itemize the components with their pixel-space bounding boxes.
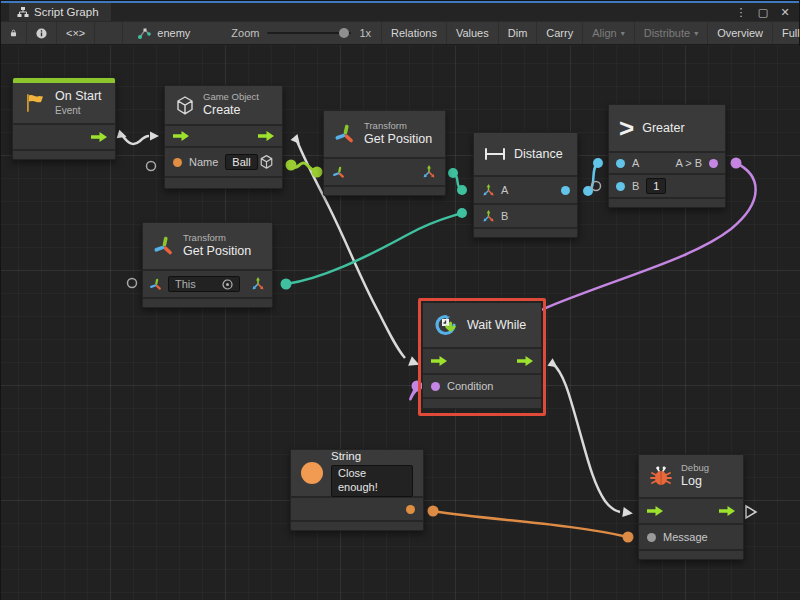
tab-script-graph[interactable]: Script Graph [9,3,111,21]
greater-icon: > [619,115,634,141]
node-string[interactable]: String Close enough! [290,449,424,531]
info-button[interactable] [27,22,57,44]
node-distance[interactable]: Distance A [473,132,578,238]
port-label: B [501,210,508,222]
port-label: Name [189,156,218,168]
relations-button[interactable]: Relations [381,22,447,44]
vector3-input-b[interactable]: B [481,209,508,224]
script-graph-window: Script Graph ⋮ ▢ ✕ <×> [0,0,800,600]
boolean-input-port[interactable] [431,382,440,391]
position-icon [481,209,496,224]
number-input-b-port[interactable] [616,182,625,191]
node-header: On Start Event [13,83,115,123]
string-input-port[interactable] [173,158,182,167]
port-row-a: A [474,175,577,203]
cube-icon [259,154,274,170]
node-footer [13,149,115,159]
zoom-control: Zoom 1x [221,22,381,44]
message-row: Message [639,523,743,549]
carry-button[interactable]: Carry [537,22,583,44]
node-greater[interactable]: > Greater A A > B B 1 [608,104,726,208]
distribute-dropdown[interactable]: Distribute▾ [635,22,708,44]
wire-onstart-to-create[interactable] [117,130,159,144]
node-on-start[interactable]: On Start Event [12,77,116,160]
boolean-output-port[interactable] [709,159,718,168]
vector3-input-a[interactable]: A [481,183,508,198]
graph-reference-icon [137,27,151,40]
values-button[interactable]: Values [447,22,499,44]
zoom-slider-handle[interactable] [339,28,349,38]
align-dropdown[interactable]: Align▾ [583,22,634,44]
string-icon [301,462,323,484]
flow-arrow-icon [647,506,663,516]
gameobject-output-port[interactable] [259,154,274,170]
node-title: Distance [514,147,563,161]
overview-button[interactable]: Overview [708,22,773,44]
transform-mini-icon [332,165,346,180]
lock-button[interactable] [1,22,27,44]
full-screen-button[interactable]: Full Screen [773,22,800,44]
flow-arrow-icon [258,131,274,141]
node-category: Transform [183,232,251,244]
message-input-port[interactable] [647,533,656,542]
graph-icon [17,6,29,18]
transform-icon [334,122,356,146]
flow-input-port[interactable] [647,506,663,516]
string-value-field[interactable]: Close enough! [331,465,413,497]
node-get-position-bottom[interactable]: Transform Get Position This [142,222,273,308]
dim-button[interactable]: Dim [499,22,538,44]
wire-waitwhile-to-log[interactable] [547,358,633,518]
node-debug-log[interactable]: Debug Log Message [638,454,744,560]
flow-input-port[interactable] [431,356,447,366]
flow-arrow-icon [173,131,189,141]
number-input-a-port[interactable] [616,159,625,168]
wire-getposition-bottom-to-distance-b[interactable] [281,208,468,290]
port-label: A [632,157,639,169]
close-icon[interactable]: ✕ [777,6,793,19]
number-output-port[interactable] [561,186,570,195]
name-value-field[interactable]: Ball [225,154,257,170]
node-title: String [331,449,413,463]
flow-output-port[interactable] [517,356,533,366]
node-title: Wait While [467,318,526,332]
node-header: Wait While [423,303,541,347]
wire-string-to-log-message[interactable] [428,506,634,543]
zoom-slider[interactable] [267,32,351,34]
node-category: Game Object [203,91,259,103]
flow-output-port[interactable] [91,132,107,142]
target-field[interactable]: This [168,276,240,292]
unconnected-flow-triangle[interactable] [746,506,756,518]
code-toggle-button[interactable]: <×> [57,22,95,44]
wait-clock-icon [433,312,459,338]
node-get-position-top[interactable]: Transform Get Position [323,110,446,196]
maximize-icon[interactable]: ▢ [755,6,771,19]
bug-icon [649,465,673,487]
flow-output-port[interactable] [719,506,735,516]
flow-arrow-icon [431,356,447,366]
b-value-field[interactable]: 1 [646,178,666,194]
wire-getposition-top-to-distance-a[interactable] [448,168,467,195]
node-wait-while[interactable]: Wait While Condition [422,302,542,409]
vector3-output-port[interactable] [250,276,266,292]
unconnected-port-ring[interactable] [147,162,156,171]
unconnected-port-ring[interactable] [128,279,137,288]
node-header: > Greater [609,105,725,151]
object-picker-icon[interactable] [222,279,233,290]
flow-output-port[interactable] [258,131,274,141]
vector3-output-port[interactable] [421,164,437,180]
node-footer [165,176,282,188]
chevron-down-icon: ▾ [621,29,625,38]
graph-reference[interactable]: enemy [123,22,199,44]
string-output-port[interactable] [406,505,415,514]
node-create-game-object[interactable]: Game Object Create Name Ball [164,85,283,189]
graph-canvas[interactable]: On Start Event Game Object [1,46,800,600]
window-menu-icon[interactable]: ⋮ [733,6,749,19]
node-header: Transform Get Position [324,111,445,157]
flow-input-port[interactable] [173,131,189,141]
transform-input-port[interactable] [332,165,346,180]
flag-icon [23,91,47,115]
result-label: A > B [675,157,702,169]
toolbar-buttons: Relations Values Dim Carry Align▾ Distri… [381,22,800,44]
node-title: Greater [642,121,684,135]
wire-create-to-getposition[interactable] [286,160,323,178]
